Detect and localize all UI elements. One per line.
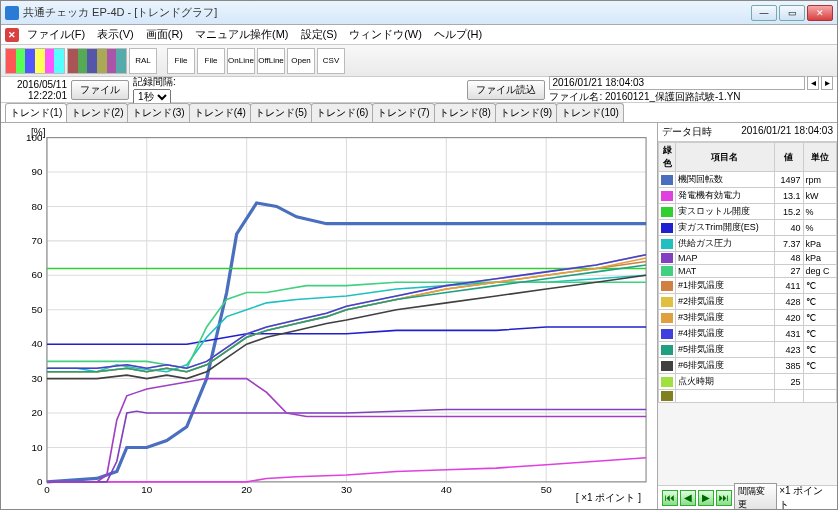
maximize-button[interactable]: ▭ [779, 5, 805, 21]
table-row[interactable]: 発電機有効電力13.1kW [659, 188, 837, 204]
table-row[interactable]: 実スロットル開度15.2% [659, 204, 837, 220]
titlebar[interactable]: 共通チェッカ EP-4D - [トレンドグラフ] — ▭ ✕ [1, 1, 837, 25]
close-doc-icon[interactable]: ✕ [5, 28, 19, 42]
info-bar: 2016/05/11 12:22:01 ファイル 記録間隔: 1秒 ファイル読込… [1, 77, 837, 103]
svg-text:60: 60 [32, 270, 43, 281]
trend-tab[interactable]: トレンド(7) [372, 103, 434, 122]
toolbar: RAL File File OnLine OffLine Open CSV [1, 45, 837, 77]
menu-item[interactable]: 設定(S) [295, 25, 344, 44]
y-axis-label: [%] [31, 127, 45, 138]
color-swatch [661, 266, 673, 276]
svg-text:70: 70 [32, 235, 43, 246]
scroll-left-button[interactable]: ◂ [807, 76, 819, 90]
menu-item[interactable]: マニュアル操作(M) [189, 25, 295, 44]
nav-last-button[interactable]: ⏭ [716, 490, 732, 506]
close-button[interactable]: ✕ [807, 5, 833, 21]
color-swatch [661, 391, 673, 401]
file-name-label: ファイル名: 20160121_保護回路試験-1.YN [549, 90, 833, 104]
svg-text:0: 0 [44, 485, 49, 496]
interval-label: 記録間隔: [133, 75, 176, 89]
color-swatch [661, 191, 673, 201]
trend-tab[interactable]: トレンド(3) [127, 103, 189, 122]
ral-button[interactable]: RAL [129, 48, 157, 74]
table-row[interactable]: #1排気温度411℃ [659, 278, 837, 294]
menu-item[interactable]: 画面(R) [140, 25, 189, 44]
color-swatch [661, 207, 673, 217]
range-change-button[interactable]: 間隔変更 [734, 483, 778, 510]
menu-item[interactable]: ファイル(F) [21, 25, 91, 44]
open-button[interactable]: Open [287, 48, 315, 74]
color-swatch [661, 175, 673, 185]
trend-tab[interactable]: トレンド(10) [556, 103, 624, 122]
color-swatch [661, 345, 673, 355]
data-datetime-label: データ日時 [662, 125, 712, 139]
current-datetime: 2016/05/11 12:22:01 [5, 79, 67, 101]
svg-text:30: 30 [32, 373, 43, 384]
color-swatch [661, 223, 673, 233]
unit-label: ×1 ポイント [779, 484, 833, 510]
table-row[interactable]: 実ガスTrim開度(ES)40% [659, 220, 837, 236]
svg-text:90: 90 [32, 166, 43, 177]
color-palette-1[interactable] [5, 48, 65, 74]
table-row[interactable]: MAT27deg C [659, 265, 837, 278]
app-icon [5, 6, 19, 20]
csv-button[interactable]: CSV [317, 48, 345, 74]
menubar: ✕ ファイル(F)表示(V)画面(R)マニュアル操作(M)設定(S)ウィンドウ(… [1, 25, 837, 45]
scroll-right-button[interactable]: ▸ [821, 76, 833, 90]
file-mode-button[interactable]: ファイル [71, 80, 129, 100]
trend-chart: 010203040506070809010001020304050 [1, 123, 657, 509]
table-row[interactable]: 点火時期25 [659, 374, 837, 390]
col-header: 緑色 [659, 143, 676, 172]
table-row[interactable]: 供給ガス圧力7.37kPa [659, 236, 837, 252]
minimize-button[interactable]: — [751, 5, 777, 21]
svg-text:80: 80 [32, 201, 43, 212]
col-header: 単位 [803, 143, 836, 172]
color-swatch [661, 377, 673, 387]
color-swatch [661, 313, 673, 323]
trend-tab[interactable]: トレンド(1) [5, 103, 67, 122]
table-row[interactable]: #4排気温度431℃ [659, 326, 837, 342]
color-swatch [661, 253, 673, 263]
nav-prev-button[interactable]: ◀ [680, 490, 696, 506]
color-swatch [661, 329, 673, 339]
table-row[interactable]: #2排気温度428℃ [659, 294, 837, 310]
svg-text:50: 50 [32, 304, 43, 315]
color-swatch [661, 281, 673, 291]
svg-text:20: 20 [32, 407, 43, 418]
color-swatch [661, 239, 673, 249]
table-row[interactable] [659, 390, 837, 403]
x-axis-label: [ ×1 ポイント ] [576, 491, 641, 505]
nav-first-button[interactable]: ⏮ [662, 490, 678, 506]
svg-text:30: 30 [341, 485, 352, 496]
trend-tab[interactable]: トレンド(4) [189, 103, 251, 122]
timestamp-box: 2016/01/21 18:04:03 [549, 76, 805, 90]
table-row[interactable]: #6排気温度385℃ [659, 358, 837, 374]
file-load-button[interactable]: ファイル読込 [467, 80, 545, 100]
trend-tabs: トレンド(1)トレンド(2)トレンド(3)トレンド(4)トレンド(5)トレンド(… [1, 103, 837, 123]
file-button-2[interactable]: File [197, 48, 225, 74]
color-palette-2[interactable] [67, 48, 127, 74]
data-sidebar: データ日時 2016/01/21 18:04:03 緑色項目名値単位機関回転数1… [657, 123, 837, 509]
svg-text:40: 40 [441, 485, 452, 496]
trend-tab[interactable]: トレンド(5) [250, 103, 312, 122]
online-button[interactable]: OnLine [227, 48, 255, 74]
trend-tab[interactable]: トレンド(8) [434, 103, 496, 122]
menu-item[interactable]: ヘルプ(H) [428, 25, 488, 44]
trend-tab[interactable]: トレンド(9) [495, 103, 557, 122]
file-button[interactable]: File [167, 48, 195, 74]
table-row[interactable]: MAP48kPa [659, 252, 837, 265]
data-table: 緑色項目名値単位機関回転数1497rpm発電機有効電力13.1kW実スロットル開… [658, 142, 837, 485]
chart-area: [%] 010203040506070809010001020304050 [ … [1, 123, 657, 509]
table-row[interactable]: #3排気温度420℃ [659, 310, 837, 326]
nav-next-button[interactable]: ▶ [698, 490, 714, 506]
svg-text:50: 50 [541, 485, 552, 496]
offline-button[interactable]: OffLine [257, 48, 285, 74]
trend-tab[interactable]: トレンド(2) [66, 103, 128, 122]
menu-item[interactable]: ウィンドウ(W) [343, 25, 428, 44]
trend-tab[interactable]: トレンド(6) [311, 103, 373, 122]
color-swatch [661, 297, 673, 307]
table-row[interactable]: #5排気温度423℃ [659, 342, 837, 358]
table-row[interactable]: 機関回転数1497rpm [659, 172, 837, 188]
window-title: 共通チェッカ EP-4D - [トレンドグラフ] [23, 5, 751, 20]
menu-item[interactable]: 表示(V) [91, 25, 140, 44]
